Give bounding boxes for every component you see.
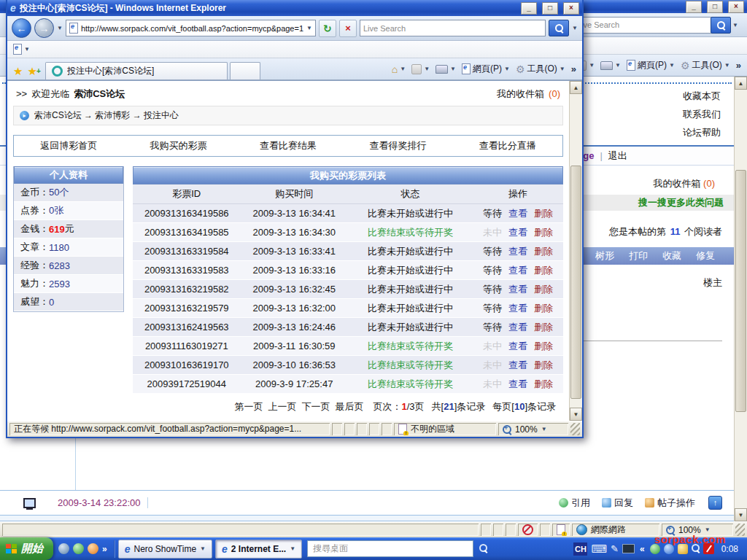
back-button[interactable]: ←	[12, 18, 31, 38]
search-go-button[interactable]: ▼	[711, 17, 738, 34]
delete-link[interactable]: 删除	[534, 207, 553, 220]
print-button[interactable]: ▼	[433, 63, 458, 75]
quick-page-icon[interactable]	[13, 44, 22, 55]
quick-launch-desktop-icon[interactable]	[58, 543, 69, 554]
overflow-chevron[interactable]: »	[569, 63, 578, 74]
scroll-up-arrow[interactable]: ▲	[735, 77, 747, 90]
resize-grip[interactable]	[570, 423, 580, 435]
quick-launch-media-icon[interactable]	[73, 543, 84, 554]
view-link[interactable]: 查看	[508, 245, 527, 258]
restore-button[interactable]: □	[542, 2, 558, 15]
fg-title-bar[interactable]: e 投注中心[索沛CS论坛] - Windows Internet Explor…	[7, 0, 582, 16]
scroll-down-arrow[interactable]: ▼	[735, 508, 747, 521]
search-go-button[interactable]	[549, 20, 569, 36]
tools-menu-button[interactable]: ⚙工具(O)▼	[678, 58, 732, 73]
history-chevron-icon[interactable]: ▼	[57, 25, 63, 31]
post-action-link[interactable]: 帖子操作	[645, 497, 695, 510]
url-dropdown-icon[interactable]: ▼	[306, 25, 312, 31]
delete-link[interactable]: 删除	[534, 283, 553, 296]
desktop-search-icon[interactable]	[479, 543, 487, 554]
view-link[interactable]: 查看	[508, 226, 527, 239]
delete-link[interactable]: 删除	[534, 321, 553, 334]
delete-link[interactable]: 删除	[534, 245, 553, 258]
chevron-down-icon[interactable]: ▼	[24, 46, 30, 52]
post-toolbar-link[interactable]: 收藏	[662, 249, 681, 262]
monitor-tray-icon[interactable]	[622, 544, 635, 553]
delete-link[interactable]: 删除	[534, 378, 553, 391]
inbox-link[interactable]: 我的收件箱	[653, 178, 700, 189]
bg-vertical-scrollbar[interactable]: ▲ ▼	[734, 77, 747, 521]
post-toolbar-link[interactable]: 树形	[595, 249, 614, 262]
post-action-link[interactable]: 引用	[559, 497, 590, 510]
view-link[interactable]: 查看	[508, 302, 527, 315]
delete-link[interactable]: 删除	[534, 226, 553, 239]
task-button[interactable]: e Nero ShowTime ▼	[118, 540, 212, 559]
task-button[interactable]: e 2 Internet E... ▼	[215, 540, 302, 559]
tools-menu-button[interactable]: ⚙工具(O)▼	[514, 61, 568, 77]
page-link[interactable]: 上一页	[268, 401, 296, 412]
overflow-chevron[interactable]: »	[734, 60, 743, 71]
minimize-button[interactable]: _	[686, 1, 702, 13]
quick-launch-overflow-chevron[interactable]: »	[102, 544, 107, 554]
url-input[interactable]: http://www.sorpack.com/vit_football.asp?…	[66, 20, 316, 36]
delete-link[interactable]: 删除	[534, 302, 553, 315]
print-button[interactable]: ▼	[598, 60, 623, 71]
post-toolbar-link[interactable]: 打印	[629, 249, 648, 262]
view-link[interactable]: 查看	[508, 321, 527, 334]
resize-grip[interactable]	[735, 524, 745, 536]
home-button[interactable]: ⌂▼	[390, 62, 408, 77]
logout-link[interactable]: 退出	[608, 149, 627, 163]
pen-input-icon[interactable]: ✎	[611, 543, 619, 554]
tray-collapse-chevron[interactable]: «	[638, 544, 646, 554]
scroll-up-arrow[interactable]: ▲	[570, 81, 582, 94]
delete-link[interactable]: 删除	[534, 264, 553, 277]
scroll-thumb[interactable]	[735, 170, 746, 412]
page-menu-button[interactable]: 網頁(P)▼	[460, 61, 512, 77]
nav-link[interactable]: 查看比分直播	[453, 136, 562, 156]
inbox-link[interactable]: 我的收件箱	[497, 88, 544, 101]
live-search-input[interactable]: Live Search	[360, 20, 546, 36]
desktop-search-input[interactable]: 搜尋桌面	[307, 540, 473, 557]
chevron-down-icon[interactable]: ▼	[732, 22, 738, 28]
view-link[interactable]: 查看	[508, 264, 527, 277]
scroll-top-button[interactable]: ↑	[708, 496, 722, 510]
forward-button[interactable]: →	[34, 18, 54, 38]
scroll-thumb[interactable]	[570, 166, 581, 399]
fg-vertical-scrollbar[interactable]: ▲ ▼	[569, 81, 582, 421]
live-search-input[interactable]: Live Search	[573, 17, 712, 34]
close-button[interactable]: ×	[563, 2, 579, 15]
nav-link[interactable]: 我购买的彩票	[123, 136, 233, 156]
post-action-link[interactable]: 回复	[602, 497, 633, 510]
page-link[interactable]: 下一页	[301, 401, 330, 412]
nav-link[interactable]: 查看比赛结果	[233, 136, 343, 156]
add-favorite-icon[interactable]: ★	[25, 63, 39, 79]
quick-launch-app-icon[interactable]	[88, 543, 98, 554]
delete-link[interactable]: 删除	[534, 359, 553, 372]
search-more-link[interactable]: 搜一搜更多此类问题	[638, 196, 724, 209]
view-link[interactable]: 查看	[508, 283, 527, 296]
breadcrumb-path[interactable]: 索沛CS论坛 → 索沛博彩 → 投注中心	[34, 109, 179, 122]
nav-link[interactable]: 查看得奖排行	[343, 136, 452, 156]
minimize-button[interactable]: _	[521, 2, 537, 15]
restore-button[interactable]: □	[707, 1, 723, 13]
page-link[interactable]: 最后页	[335, 401, 363, 412]
view-link[interactable]: 查看	[508, 378, 527, 391]
start-button[interactable]: 開始	[0, 537, 53, 560]
view-link[interactable]: 查看	[508, 359, 527, 372]
close-button[interactable]: ×	[728, 1, 744, 13]
zoom-control[interactable]: 100%▼	[498, 423, 568, 435]
stop-button[interactable]: ×	[339, 20, 357, 37]
tab-betting-center[interactable]: 投注中心[索沛CS论坛]	[45, 62, 228, 79]
nav-link[interactable]: 返回博彩首页	[14, 136, 123, 156]
view-link[interactable]: 查看	[508, 207, 527, 220]
search-options-chevron[interactable]: ▼	[572, 25, 578, 31]
favorites-star-icon[interactable]: ★	[11, 63, 25, 79]
view-link[interactable]: 查看	[508, 340, 527, 353]
delete-link[interactable]: 删除	[534, 340, 553, 353]
post-toolbar-link[interactable]: 修复	[696, 249, 715, 262]
page-link[interactable]: 第一页	[234, 401, 263, 412]
feeds-button[interactable]: ▼	[409, 63, 432, 76]
new-tab-stub[interactable]	[230, 62, 260, 79]
page-menu-button[interactable]: 網頁(P)▼	[624, 58, 677, 73]
refresh-button[interactable]: ↻	[319, 20, 336, 37]
